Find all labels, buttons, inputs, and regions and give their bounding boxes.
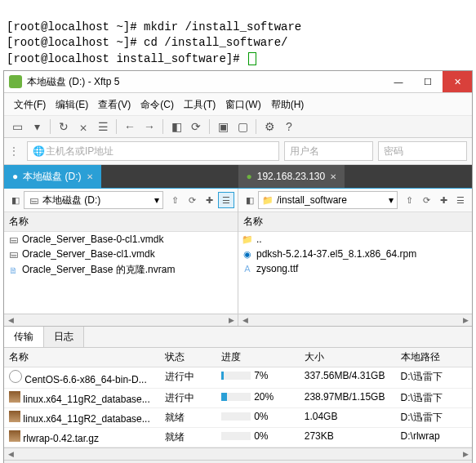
help-icon[interactable]: ?: [281, 118, 297, 135]
folder-icon: 📁: [262, 194, 274, 206]
refresh-icon[interactable]: ⟳: [188, 118, 204, 135]
drive-icon: 🖴: [28, 194, 39, 206]
scrollbar-horizontal[interactable]: ◀ ▶: [4, 314, 238, 326]
back-icon[interactable]: ←: [122, 118, 138, 135]
password-input[interactable]: 密码: [378, 141, 467, 161]
disc-icon: [9, 370, 22, 383]
list-item[interactable]: 🖴Oracle_Server_Base-0-cl1.vmdk: [4, 232, 238, 247]
reconnect-icon[interactable]: ↻: [56, 118, 72, 135]
terminal-icon[interactable]: ▣: [215, 118, 231, 135]
transfer-panel: 传输 日志 名称 状态 进度 大小 本地路径 CentOS-6.6-x86_64…: [4, 326, 472, 460]
column-header-name[interactable]: 名称: [4, 212, 238, 232]
open-session-icon[interactable]: ▾: [29, 118, 45, 135]
rpm-icon: ◉: [242, 248, 253, 260]
bookmark-icon[interactable]: ⋮: [9, 145, 19, 157]
pane-toggle-icon[interactable]: ◧: [7, 192, 24, 208]
new-session-icon[interactable]: ▭: [9, 118, 25, 135]
col-status[interactable]: 状态: [160, 348, 216, 367]
menu-help[interactable]: 帮助(H): [268, 96, 308, 114]
scroll-right-icon[interactable]: ▶: [226, 316, 236, 324]
up-dir-icon[interactable]: ⇧: [167, 192, 183, 208]
terminal-line: [root@localhost install_software]#: [7, 52, 247, 65]
archive-icon: [9, 391, 20, 403]
disconnect-icon[interactable]: ⨉: [75, 118, 91, 135]
scrollbar-horizontal[interactable]: ◀ ▶: [238, 314, 472, 326]
transfer-header: 名称 状态 进度 大小 本地路径: [4, 348, 472, 367]
font-icon: A: [242, 263, 253, 274]
titlebar[interactable]: 本地磁盘 (D:) - Xftp 5 — ☐ ✕: [4, 71, 472, 93]
scroll-left-icon[interactable]: ◀: [6, 316, 16, 324]
menu-view[interactable]: 查看(V): [95, 96, 134, 114]
local-path-input[interactable]: 🖴 本地磁盘 (D:) ▾: [24, 191, 163, 209]
tab-local[interactable]: ● 本地磁盘 (D:) ✕: [4, 165, 101, 188]
scrollbar-horizontal[interactable]: ◀ ▶: [4, 447, 472, 460]
tab-remote[interactable]: ● 192.168.23.130 ✕: [238, 165, 345, 188]
menu-window[interactable]: 窗口(W): [222, 96, 264, 114]
transfer-row[interactable]: linux.x64_11gR2_database...就绪0%1.04GBD:\…: [4, 408, 472, 428]
properties-icon[interactable]: ☰: [95, 118, 111, 135]
session-tabs: ● 本地磁盘 (D:) ✕ ● 192.168.23.130 ✕: [4, 165, 472, 188]
terminal-output: [root@localhost ~]# mkdir /install_softw…: [0, 0, 476, 70]
col-name[interactable]: 名称: [4, 348, 160, 367]
refresh-icon[interactable]: ⟳: [184, 192, 200, 208]
list-item[interactable]: Azysong.ttf: [238, 261, 472, 276]
menu-file[interactable]: 文件(F): [11, 96, 49, 114]
user-input[interactable]: 用户名: [284, 141, 373, 161]
col-path[interactable]: 本地路径: [396, 348, 472, 367]
bullet-icon: ●: [247, 171, 252, 182]
file-icon: 🗎: [7, 265, 19, 276]
vmdk-icon: 🖴: [7, 248, 19, 260]
new-terminal-icon[interactable]: ▢: [234, 118, 251, 135]
terminal-cursor: [248, 52, 256, 65]
col-progress[interactable]: 进度: [216, 348, 300, 367]
remote-pane: ◧ 📁 /install_software ▾ ⇧ ⟳ ✚ ☰ 名称 📁.. ◉…: [238, 189, 472, 326]
new-folder-icon[interactable]: ✚: [435, 192, 452, 208]
scroll-left-icon[interactable]: ◀: [6, 450, 16, 458]
host-input[interactable]: 🌐 主机名或IP地址: [27, 141, 279, 161]
list-item-up[interactable]: 📁..: [238, 232, 472, 247]
menu-edit[interactable]: 编辑(E): [52, 96, 91, 114]
menu-commands[interactable]: 命令(C): [137, 96, 177, 114]
app-logo-icon: [9, 75, 22, 88]
pane-layout-icon[interactable]: ◧: [168, 118, 185, 135]
remote-path-input[interactable]: 📁 /install_software ▾: [258, 191, 398, 209]
local-file-list[interactable]: 🖴Oracle_Server_Base-0-cl1.vmdk 🖴Oracle_S…: [4, 232, 238, 314]
list-item[interactable]: 🗎Oracle_Server_Base 的克隆.nvram: [4, 261, 238, 278]
new-folder-icon[interactable]: ✚: [201, 192, 217, 208]
transfer-row[interactable]: rlwrap-0.42.tar.gz就绪0%273KBD:\rlwrap: [4, 428, 472, 447]
options-icon[interactable]: ⚙: [261, 118, 278, 135]
close-button[interactable]: ✕: [443, 71, 472, 92]
archive-icon: [9, 430, 20, 442]
scroll-right-icon[interactable]: ▶: [460, 450, 470, 458]
tab-log[interactable]: 日志: [44, 327, 84, 347]
column-header-name[interactable]: 名称: [238, 212, 472, 232]
xftp-window: 本地磁盘 (D:) - Xftp 5 — ☐ ✕ 文件(F) 编辑(E) 查看(…: [3, 70, 473, 463]
close-tab-icon[interactable]: ✕: [330, 172, 336, 181]
globe-icon: 🌐: [33, 145, 42, 157]
terminal-line: [root@localhost ~]# cd /install_software…: [7, 36, 287, 49]
menubar: 文件(F) 编辑(E) 查看(V) 命令(C) 工具(T) 窗口(W) 帮助(H…: [4, 93, 472, 116]
scroll-left-icon[interactable]: ◀: [240, 316, 250, 324]
transfer-row[interactable]: CentOS-6.6-x86_64-bin-D...进行中7%337.56MB/…: [4, 367, 472, 389]
up-dir-icon[interactable]: ⇧: [401, 192, 417, 208]
transfer-row[interactable]: linux.x64_11gR2_database...进行中20%238.97M…: [4, 389, 472, 408]
list-item[interactable]: 🖴Oracle_Server_Base-cl1.vmdk: [4, 247, 238, 261]
refresh-icon[interactable]: ⟳: [418, 192, 434, 208]
tab-transfer[interactable]: 传输: [4, 327, 44, 347]
forward-icon[interactable]: →: [141, 118, 158, 135]
toolbar: ▭ ▾ ↻ ⨉ ☰ ← → ◧ ⟳ ▣ ▢ ⚙ ?: [4, 116, 472, 138]
view-list-icon[interactable]: ☰: [452, 192, 469, 208]
view-list-icon[interactable]: ☰: [218, 192, 234, 208]
remote-file-list[interactable]: 📁.. ◉pdksh-5.2.14-37.el5_8.1.x86_64.rpm …: [238, 232, 472, 314]
pane-toggle-icon[interactable]: ◧: [242, 192, 258, 208]
vmdk-icon: 🖴: [7, 234, 19, 245]
scroll-right-icon[interactable]: ▶: [460, 316, 470, 324]
local-pane: ◧ 🖴 本地磁盘 (D:) ▾ ⇧ ⟳ ✚ ☰ 名称 🖴Oracle_Serve…: [4, 189, 238, 326]
maximize-button[interactable]: ☐: [413, 71, 443, 92]
col-size[interactable]: 大小: [300, 348, 396, 367]
minimize-button[interactable]: —: [384, 71, 413, 92]
addressbar: ⋮ 🌐 主机名或IP地址 用户名 密码: [4, 138, 472, 165]
list-item[interactable]: ◉pdksh-5.2.14-37.el5_8.1.x86_64.rpm: [238, 247, 472, 261]
close-tab-icon[interactable]: ✕: [87, 172, 93, 181]
menu-tools[interactable]: 工具(T): [180, 96, 219, 114]
